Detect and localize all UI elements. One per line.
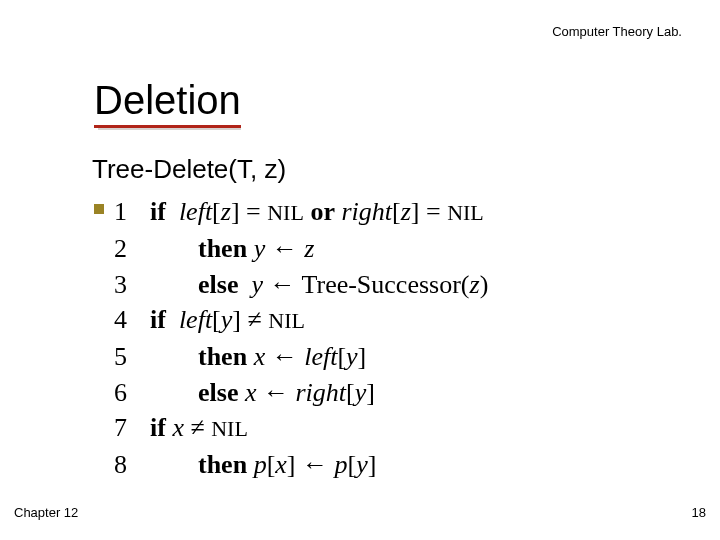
bullet-icon bbox=[94, 204, 104, 214]
lab-label: Computer Theory Lab. bbox=[552, 24, 682, 39]
code-line: 8then p[x] ← p[y] bbox=[114, 446, 488, 482]
line-number: 6 bbox=[114, 375, 150, 411]
code-line: 2then y ← z bbox=[114, 230, 488, 266]
chapter-label: Chapter 12 bbox=[14, 505, 78, 520]
title-underline-shadow bbox=[98, 128, 241, 130]
line-number: 8 bbox=[114, 447, 150, 483]
code-line: 5then x ← left[y] bbox=[114, 338, 488, 374]
line-body: if x ≠ NIL bbox=[150, 410, 248, 447]
code-line: 7if x ≠ NIL bbox=[114, 410, 488, 446]
code-line: 6else x ← right[y] bbox=[114, 374, 488, 410]
line-number: 7 bbox=[114, 410, 150, 446]
line-body: if left[y] ≠ NIL bbox=[150, 302, 305, 339]
line-body: if left[z] = NIL or right[z] = NIL bbox=[150, 194, 484, 231]
page-number: 18 bbox=[692, 505, 706, 520]
line-number: 2 bbox=[114, 231, 150, 267]
line-number: 5 bbox=[114, 339, 150, 375]
line-body: then p[x] ← p[y] bbox=[150, 446, 376, 483]
line-body: else y ← Tree-Successor(z) bbox=[150, 266, 488, 303]
slide-subtitle: Tree-Delete(T, z) bbox=[92, 154, 286, 185]
pseudocode-block: 1if left[z] = NIL or right[z] = NIL 2the… bbox=[114, 194, 488, 482]
code-line: 1if left[z] = NIL or right[z] = NIL bbox=[114, 194, 488, 230]
title-block: Deletion bbox=[94, 78, 241, 130]
line-body: then x ← left[y] bbox=[150, 338, 366, 375]
code-line: 3else y ← Tree-Successor(z) bbox=[114, 266, 488, 302]
code-line: 4if left[y] ≠ NIL bbox=[114, 302, 488, 338]
line-body: then y ← z bbox=[150, 230, 314, 267]
line-body: else x ← right[y] bbox=[150, 374, 375, 411]
line-number: 1 bbox=[114, 194, 150, 230]
line-number: 3 bbox=[114, 267, 150, 303]
line-number: 4 bbox=[114, 302, 150, 338]
slide-title: Deletion bbox=[94, 78, 241, 123]
